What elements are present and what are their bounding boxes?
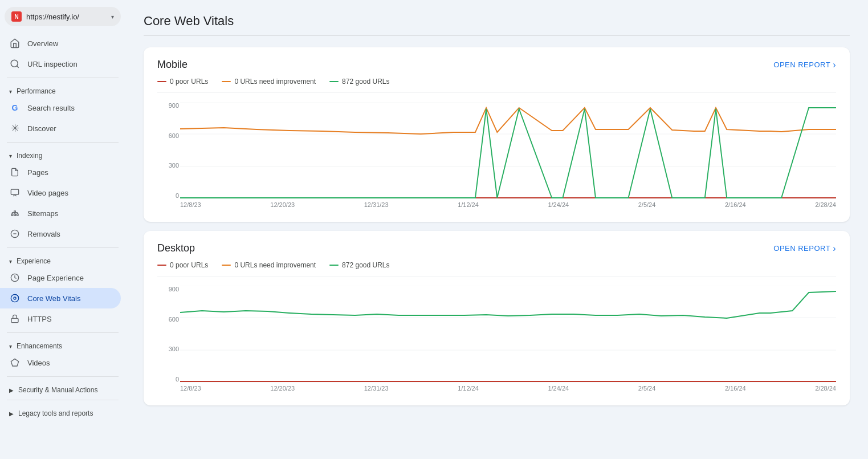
video-icon <box>9 187 21 198</box>
sidebar-item-url-inspection[interactable]: URL inspection <box>0 54 121 74</box>
svg-rect-4 <box>14 214 16 216</box>
desktop-open-report[interactable]: OPEN REPORT › <box>773 243 836 254</box>
sitemap-icon <box>9 208 21 219</box>
experience-icon <box>9 272 21 283</box>
mobile-chart-legend: 0 poor URLs 0 URLs need improvement 872 … <box>157 78 836 93</box>
desktop-chart-legend: 0 poor URLs 0 URLs need improvement 872 … <box>157 261 836 277</box>
mobile-open-report[interactable]: OPEN REPORT › <box>773 60 836 70</box>
desktop-legend-poor-label: 0 poor URLs <box>170 261 208 269</box>
svg-point-15 <box>14 297 16 299</box>
sidebar-item-videos[interactable]: Videos <box>0 352 121 373</box>
sidebar-item-search-results-label: Search results <box>27 104 75 112</box>
sidebar-item-removals-label: Removals <box>27 230 60 238</box>
mobile-chart-area: 900 600 300 0 12/8/23 1 <box>157 102 836 210</box>
svg-rect-16 <box>11 318 18 322</box>
mobile-legend-poor-label: 0 poor URLs <box>170 78 208 86</box>
section-enhancements-label: Enhancements <box>17 342 62 350</box>
section-legacy[interactable]: ▶ Legacy tools and reports <box>0 404 125 420</box>
sidebar-item-sitemaps[interactable]: Sitemaps <box>0 203 121 224</box>
sidebar-item-pages[interactable]: Pages <box>0 162 121 182</box>
desktop-legend-good-color <box>329 265 339 266</box>
svg-point-0 <box>11 60 18 67</box>
sidebar-item-video-pages[interactable]: Video pages <box>0 182 121 203</box>
sidebar-item-discover[interactable]: ✳ Discover <box>0 118 121 139</box>
page-title: Core Web Vitals <box>144 14 850 36</box>
google-g-icon: G <box>9 102 21 113</box>
divider-4 <box>7 332 119 333</box>
desktop-legend-good-label: 872 good URLs <box>342 261 389 269</box>
section-experience-label: Experience <box>17 257 51 265</box>
sidebar-item-pages-label: Pages <box>27 168 48 177</box>
site-selector[interactable]: N https://nestify.io/ ▾ <box>5 7 121 26</box>
desktop-chart-header: Desktop OPEN REPORT › <box>157 242 836 254</box>
diamond-icon <box>9 357 21 368</box>
legend-good-color <box>329 81 339 82</box>
sidebar-item-page-experience[interactable]: Page Experience <box>0 267 121 288</box>
desktop-chart-title: Desktop <box>157 242 195 254</box>
cwv-icon <box>9 293 21 304</box>
divider-6 <box>7 400 119 400</box>
section-indexing-label: Indexing <box>17 152 42 160</box>
sidebar: N https://nestify.io/ ▾ Overview URL ins… <box>0 0 125 459</box>
desktop-legend-improvement-color <box>222 265 231 266</box>
lock-icon <box>9 313 21 324</box>
mobile-legend-good: 872 good URLs <box>329 78 389 86</box>
divider-1 <box>7 78 119 78</box>
divider-2 <box>7 142 119 143</box>
desktop-chart-card: Desktop OPEN REPORT › 0 poor URLs 0 URLs… <box>144 231 850 405</box>
page-icon <box>9 166 21 178</box>
section-performance[interactable]: ▾ Performance <box>0 82 125 98</box>
section-performance-label: Performance <box>17 87 56 95</box>
legend-improvement-color <box>222 81 231 82</box>
sidebar-item-page-experience-label: Page Experience <box>27 274 84 282</box>
sidebar-item-url-inspection-label: URL inspection <box>27 60 78 68</box>
section-security[interactable]: ▶ Security & Manual Actions <box>0 380 125 396</box>
mobile-legend-improvement: 0 URLs need improvement <box>222 78 316 86</box>
sidebar-item-core-web-vitals[interactable]: Core Web Vitals <box>0 288 121 308</box>
svg-rect-2 <box>11 189 18 194</box>
section-security-label: Security & Manual Actions <box>18 386 97 394</box>
section-experience[interactable]: ▾ Experience <box>0 251 125 267</box>
sidebar-item-overview-label: Overview <box>27 39 58 48</box>
mobile-legend-good-label: 872 good URLs <box>342 78 389 86</box>
sidebar-item-https-label: HTTPS <box>27 315 52 323</box>
desktop-legend-good: 872 good URLs <box>329 261 389 269</box>
desktop-legend-poor: 0 poor URLs <box>157 261 208 269</box>
mobile-chart-card: Mobile OPEN REPORT › 0 poor URLs 0 URLs … <box>144 47 850 222</box>
sidebar-item-sitemaps-label: Sitemaps <box>27 209 58 218</box>
sidebar-item-search-results[interactable]: G Search results <box>0 98 121 118</box>
divider-3 <box>7 247 119 248</box>
section-indexing[interactable]: ▾ Indexing <box>0 146 125 162</box>
desktop-legend-improvement-label: 0 URLs need improvement <box>234 261 316 269</box>
legend-poor-color <box>157 81 166 82</box>
site-selector-chevron: ▾ <box>111 14 114 20</box>
sidebar-item-removals[interactable]: Removals <box>0 224 121 244</box>
section-enhancements[interactable]: ▾ Enhancements <box>0 336 125 352</box>
desktop-chart-area: 900 600 300 0 12/8/23 12/20/23 12/ <box>157 286 836 394</box>
mobile-legend-improvement-label: 0 URLs need improvement <box>234 78 316 86</box>
removals-icon <box>9 228 21 239</box>
search-icon <box>9 58 21 70</box>
mobile-chart-header: Mobile OPEN REPORT › <box>157 59 836 71</box>
sidebar-item-core-web-vitals-label: Core Web Vitals <box>27 294 80 303</box>
site-url: https://nestify.io/ <box>26 13 107 21</box>
divider-5 <box>7 376 119 377</box>
sidebar-item-videos-label: Videos <box>27 359 50 367</box>
asterisk-icon: ✳ <box>9 123 21 134</box>
site-favicon: N <box>11 11 22 22</box>
sidebar-item-discover-label: Discover <box>27 124 56 133</box>
main-content: Core Web Vitals Mobile OPEN REPORT › 0 p… <box>125 0 868 459</box>
mobile-chart-title: Mobile <box>157 59 188 71</box>
desktop-legend-improvement: 0 URLs need improvement <box>222 261 316 269</box>
section-legacy-label: Legacy tools and reports <box>18 409 93 417</box>
sidebar-item-https[interactable]: HTTPS <box>0 308 121 329</box>
svg-line-1 <box>17 66 18 67</box>
svg-rect-5 <box>17 214 18 216</box>
svg-marker-17 <box>11 359 18 366</box>
mobile-legend-poor: 0 poor URLs <box>157 78 208 86</box>
desktop-legend-poor-color <box>157 265 166 266</box>
sidebar-item-video-pages-label: Video pages <box>27 189 68 197</box>
sidebar-item-overview[interactable]: Overview <box>0 33 121 54</box>
svg-rect-3 <box>11 214 13 216</box>
home-icon <box>9 38 21 49</box>
